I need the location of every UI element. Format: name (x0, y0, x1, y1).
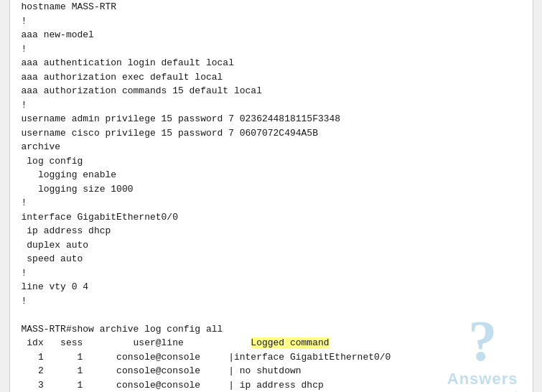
terminal-window: MASS-RTR#show running-config ! hostname … (9, 0, 533, 392)
terminal-content: MASS-RTR#show running-config ! hostname … (22, 0, 521, 392)
